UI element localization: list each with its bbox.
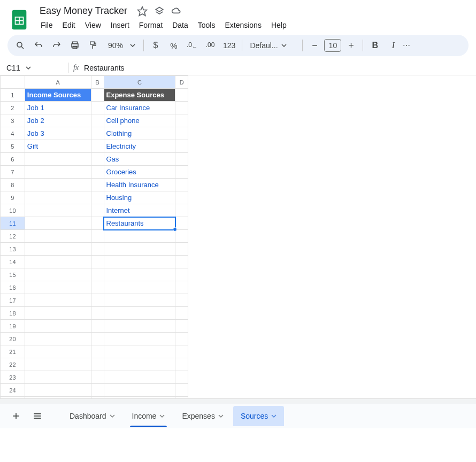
tab-dropdown-icon[interactable] [110, 413, 115, 419]
cell-A19[interactable] [25, 320, 91, 333]
cell-A21[interactable] [25, 345, 91, 358]
cell-A3[interactable]: Job 2 [25, 114, 91, 127]
cell-C12[interactable] [104, 230, 175, 243]
row-header-13[interactable]: 13 [1, 243, 25, 256]
cell-B9[interactable] [91, 191, 104, 204]
cell-D13[interactable] [175, 243, 188, 256]
cell-D16[interactable] [175, 281, 188, 294]
cell-B6[interactable] [91, 153, 104, 166]
cell-A17[interactable] [25, 294, 91, 307]
cell-D5[interactable] [175, 140, 188, 153]
cell-B15[interactable] [91, 268, 104, 281]
doc-title[interactable]: Easy Money Tracker [36, 4, 130, 18]
sheets-logo[interactable] [9, 9, 30, 30]
cell-A9[interactable] [25, 191, 91, 204]
row-header-8[interactable]: 8 [1, 179, 25, 191]
row-header-2[interactable]: 2 [1, 102, 25, 114]
cell-C23[interactable] [104, 371, 175, 384]
all-sheets-icon[interactable] [28, 406, 47, 426]
cell-B18[interactable] [91, 307, 104, 320]
cell-A7[interactable] [25, 166, 91, 179]
row-header-17[interactable]: 17 [1, 294, 25, 307]
cell-B24[interactable] [91, 384, 104, 397]
cell-B19[interactable] [91, 320, 104, 333]
row-header-24[interactable]: 24 [1, 384, 25, 397]
col-header-A[interactable]: A [25, 76, 91, 89]
cell-B4[interactable] [91, 127, 104, 140]
menu-format[interactable]: Format [135, 19, 167, 32]
cell-A20[interactable] [25, 333, 91, 345]
cloud-icon[interactable] [171, 6, 182, 17]
cell-D2[interactable] [175, 102, 188, 114]
menu-tools[interactable]: Tools [194, 19, 220, 32]
cell-C13[interactable] [104, 243, 175, 256]
cell-C24[interactable] [104, 384, 175, 397]
add-sheet-icon[interactable] [6, 406, 26, 426]
row-header-20[interactable]: 20 [1, 333, 25, 345]
cell-A22[interactable] [25, 358, 91, 371]
cell-C22[interactable] [104, 358, 175, 371]
cell-D19[interactable] [175, 320, 188, 333]
cell-D21[interactable] [175, 345, 188, 358]
cell-A15[interactable] [25, 268, 91, 281]
cell-A23[interactable] [25, 371, 91, 384]
cell-A13[interactable] [25, 243, 91, 256]
cell-A6[interactable] [25, 153, 91, 166]
increase-font-icon[interactable]: + [342, 37, 359, 53]
cell-B8[interactable] [91, 179, 104, 191]
cell-A18[interactable] [25, 307, 91, 320]
increase-decimal-icon[interactable]: .00 [202, 37, 219, 53]
row-header-12[interactable]: 12 [1, 230, 25, 243]
tab-dropdown-icon[interactable] [159, 413, 165, 419]
cell-D22[interactable] [175, 358, 188, 371]
currency-icon[interactable]: $ [147, 37, 164, 53]
cell-C9[interactable]: Housing [104, 191, 175, 204]
cell-B11[interactable] [91, 217, 104, 230]
cell-B1[interactable] [91, 89, 104, 102]
cell-B23[interactable] [91, 371, 104, 384]
cell-C1[interactable]: Expense Sources [104, 89, 175, 102]
font-size-input[interactable] [324, 39, 341, 52]
row-header-4[interactable]: 4 [1, 127, 25, 140]
row-header-6[interactable]: 6 [1, 153, 25, 166]
decrease-font-icon[interactable]: − [306, 37, 323, 53]
menu-view[interactable]: View [81, 19, 105, 32]
italic-icon[interactable]: I [385, 37, 402, 53]
zoom-dropdown-icon[interactable] [127, 37, 138, 53]
row-header-21[interactable]: 21 [1, 345, 25, 358]
zoom-level[interactable]: 90% [105, 41, 126, 50]
select-all-corner[interactable] [1, 76, 25, 89]
row-header-9[interactable]: 9 [1, 191, 25, 204]
cell-C21[interactable] [104, 345, 175, 358]
row-header-10[interactable]: 10 [1, 204, 25, 217]
cell-D3[interactable] [175, 114, 188, 127]
cell-B14[interactable] [91, 256, 104, 268]
cell-B21[interactable] [91, 345, 104, 358]
row-header-3[interactable]: 3 [1, 114, 25, 127]
more-icon[interactable]: ⋯ [403, 37, 410, 53]
cell-B13[interactable] [91, 243, 104, 256]
cell-C8[interactable]: Health Insurance [104, 179, 175, 191]
cell-D14[interactable] [175, 256, 188, 268]
menu-extensions[interactable]: Extensions [220, 19, 265, 32]
name-box-dropdown-icon[interactable] [26, 65, 31, 71]
cell-D23[interactable] [175, 371, 188, 384]
cell-A10[interactable] [25, 204, 91, 217]
cell-B10[interactable] [91, 204, 104, 217]
tab-dropdown-icon[interactable] [271, 413, 277, 419]
col-header-C[interactable]: C [104, 76, 175, 89]
row-header-23[interactable]: 23 [1, 371, 25, 384]
cell-B12[interactable] [91, 230, 104, 243]
cell-B20[interactable] [91, 333, 104, 345]
cell-A8[interactable] [25, 179, 91, 191]
cell-A16[interactable] [25, 281, 91, 294]
row-header-16[interactable]: 16 [1, 281, 25, 294]
cell-B16[interactable] [91, 281, 104, 294]
cell-D17[interactable] [175, 294, 188, 307]
cell-D11[interactable] [175, 217, 188, 230]
cell-D1[interactable] [175, 89, 188, 102]
cell-D9[interactable] [175, 191, 188, 204]
cell-A2[interactable]: Job 1 [25, 102, 91, 114]
cell-B17[interactable] [91, 294, 104, 307]
sheet-tab-expenses[interactable]: Expenses [174, 406, 231, 426]
